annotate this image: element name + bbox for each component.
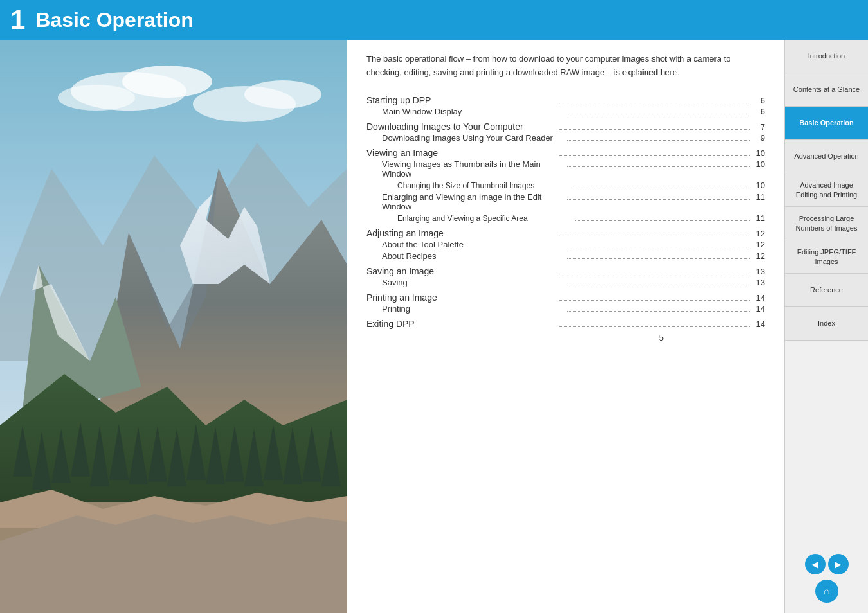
sidebar-item-advanced-image-editing[interactable]: Advanced Image Editing and Printing	[785, 173, 868, 207]
toc-page: 13	[752, 267, 765, 276]
svg-marker-32	[0, 514, 347, 613]
toc-label: Exiting DPP	[366, 319, 557, 329]
prev-button[interactable]: ◀	[805, 554, 826, 574]
page-number: 5	[654, 330, 669, 345]
next-button[interactable]: ▶	[828, 554, 849, 574]
toc-page: 12	[752, 251, 765, 261]
toc-page: 10	[752, 159, 765, 169]
toc-entry[interactable]: Saving an Image13	[366, 266, 765, 276]
sidebar-item-reference[interactable]: Reference	[785, 274, 868, 307]
toc-label: Enlarging and Viewing an Image in the Ed…	[382, 192, 565, 211]
toc-page: 12	[752, 240, 765, 249]
toc-label: Viewing an Image	[366, 148, 557, 158]
toc-dots	[575, 188, 750, 188]
toc-page: 10	[752, 181, 765, 190]
toc-page: 6	[752, 96, 765, 105]
intro-text: The basic operational flow – from how to…	[366, 53, 739, 80]
toc-dots	[567, 114, 750, 114]
toc-page: 11	[752, 192, 765, 202]
toc-page: 14	[752, 304, 765, 314]
svg-point-3	[58, 85, 135, 111]
toc-dots	[559, 326, 750, 327]
toc-entry[interactable]: Exiting DPP14	[366, 319, 765, 329]
toc-dots	[567, 311, 750, 312]
sidebar-item-advanced-operation[interactable]: Advanced Operation	[785, 140, 868, 173]
toc-entry[interactable]: Adjusting an Image12	[366, 228, 765, 238]
toc-entry[interactable]: About the Tool Palette12	[366, 240, 765, 249]
sidebar-navigation: ◀ ▶ ⌂	[785, 544, 868, 613]
toc-entry[interactable]: Enlarging and Viewing a Specific Area11	[366, 213, 765, 223]
toc-entry[interactable]: Starting up DPP6	[366, 95, 765, 105]
toc-entry[interactable]: Main Window Display6	[366, 107, 765, 116]
toc-dots	[559, 300, 750, 301]
toc-page: 10	[752, 148, 765, 158]
sidebar-item-index[interactable]: Index	[785, 307, 868, 341]
toc-entry[interactable]: Enlarging and Viewing an Image in the Ed…	[366, 192, 765, 211]
sidebar-item-basic-operation[interactable]: Basic Operation	[785, 107, 868, 140]
toc-label: Downloading Images to Your Computer	[366, 121, 557, 132]
toc-dots	[559, 274, 750, 274]
toc-dots	[567, 140, 750, 141]
sidebar: IntroductionContents at a GlanceBasic Op…	[784, 40, 868, 613]
toc-page: 6	[752, 107, 765, 116]
toc-page: 11	[752, 213, 765, 223]
toc-page: 12	[752, 229, 765, 238]
svg-point-2	[122, 66, 212, 98]
toc-page: 9	[752, 133, 765, 143]
chapter-number: 1	[10, 6, 25, 33]
toc-dots	[559, 155, 750, 156]
toc-dots	[567, 166, 750, 167]
toc-entry[interactable]: Viewing Images as Thumbnails in the Main…	[366, 159, 765, 179]
toc-dots	[575, 220, 750, 221]
svg-point-5	[244, 80, 321, 109]
toc-label: Saving	[382, 278, 565, 287]
toc-label: Starting up DPP	[366, 95, 557, 105]
toc-label: Adjusting an Image	[366, 228, 557, 238]
toc-label: Saving an Image	[366, 266, 557, 276]
toc-dots	[567, 199, 750, 200]
sidebar-item-editing-jpeg-tiff[interactable]: Editing JPEG/TIFF Images	[785, 240, 868, 274]
home-button[interactable]: ⌂	[815, 580, 838, 603]
sidebar-item-contents-at-glance[interactable]: Contents at a Glance	[785, 73, 868, 107]
toc-entry[interactable]: Printing an Image14	[366, 292, 765, 303]
toc-label: Printing	[382, 304, 565, 314]
toc-label: Main Window Display	[382, 107, 565, 116]
toc-page: 7	[752, 122, 765, 132]
main-layout: The basic operational flow – from how to…	[0, 40, 868, 613]
toc-label: Changing the Size of Thumbnail Images	[397, 181, 572, 190]
toc-entry[interactable]: About Recipes12	[366, 251, 765, 261]
toc-dots	[559, 129, 750, 130]
toc-entry[interactable]: Downloading Images to Your Computer7	[366, 121, 765, 132]
toc-dots	[559, 103, 750, 103]
toc-label: Viewing Images as Thumbnails in the Main…	[382, 159, 565, 179]
toc-entry[interactable]: Saving13	[366, 278, 765, 287]
toc-page: 13	[752, 278, 765, 287]
toc-dots	[559, 236, 750, 236]
toc-dots	[567, 258, 750, 259]
chapter-title: Basic Operation	[35, 8, 193, 32]
table-of-contents: Starting up DPP6Main Window Display6Down…	[366, 95, 765, 329]
toc-entry[interactable]: Downloading Images Using Your Card Reade…	[366, 133, 765, 143]
toc-page: 14	[752, 319, 765, 329]
toc-entry[interactable]: Viewing an Image10	[366, 148, 765, 158]
toc-label: About the Tool Palette	[382, 240, 565, 249]
toc-label: About Recipes	[382, 251, 565, 261]
toc-label: Printing an Image	[366, 292, 557, 303]
toc-entry[interactable]: Printing14	[366, 304, 765, 314]
chapter-image	[0, 40, 347, 613]
nav-arrows-container: ◀ ▶	[805, 554, 849, 574]
page-header: 1 Basic Operation	[0, 0, 868, 40]
sidebar-item-processing-large[interactable]: Processing Large Numbers of Images	[785, 207, 868, 240]
sidebar-item-introduction[interactable]: Introduction	[785, 40, 868, 73]
toc-dots	[567, 247, 750, 247]
toc-entry[interactable]: Changing the Size of Thumbnail Images10	[366, 181, 765, 190]
content-area: The basic operational flow – from how to…	[347, 40, 784, 613]
toc-label: Downloading Images Using Your Card Reade…	[382, 133, 565, 143]
toc-page: 14	[752, 293, 765, 303]
toc-dots	[567, 285, 750, 285]
toc-label: Enlarging and Viewing a Specific Area	[397, 214, 572, 223]
bottom-bar: 5	[366, 330, 765, 345]
